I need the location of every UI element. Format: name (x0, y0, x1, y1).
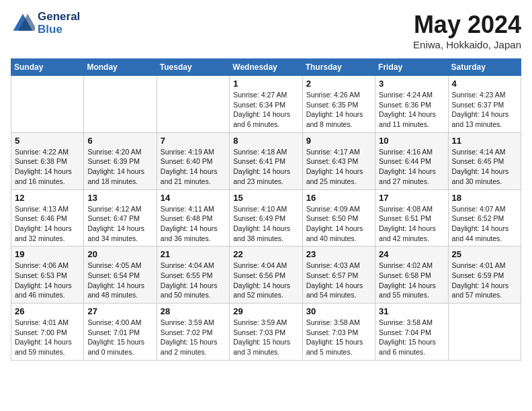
calendar-cell: 24Sunrise: 4:02 AM Sunset: 6:58 PM Dayli… (375, 246, 448, 304)
calendar-cell: 13Sunrise: 4:12 AM Sunset: 6:47 PM Dayli… (84, 189, 157, 246)
day-number: 7 (161, 136, 226, 146)
day-info: Sunrise: 4:11 AM Sunset: 6:48 PM Dayligh… (161, 204, 226, 244)
day-info: Sunrise: 4:01 AM Sunset: 6:59 PM Dayligh… (452, 261, 517, 300)
day-info: Sunrise: 4:22 AM Sunset: 6:38 PM Dayligh… (15, 147, 80, 187)
calendar-cell: 22Sunrise: 4:04 AM Sunset: 6:56 PM Dayli… (230, 246, 302, 304)
calendar-cell: 5Sunrise: 4:22 AM Sunset: 6:38 PM Daylig… (11, 132, 84, 189)
weekday-header-monday: Monday (84, 59, 157, 76)
day-info: Sunrise: 4:23 AM Sunset: 6:37 PM Dayligh… (452, 90, 517, 130)
day-number: 30 (306, 306, 371, 316)
day-info: Sunrise: 4:26 AM Sunset: 6:35 PM Dayligh… (306, 90, 371, 130)
weekday-header-friday: Friday (375, 59, 448, 76)
calendar-cell: 27Sunrise: 4:00 AM Sunset: 7:01 PM Dayli… (84, 304, 157, 361)
day-number: 26 (15, 306, 80, 316)
day-number: 8 (233, 136, 298, 146)
day-info: Sunrise: 3:58 AM Sunset: 7:04 PM Dayligh… (379, 318, 444, 357)
calendar-cell: 30Sunrise: 3:58 AM Sunset: 7:03 PM Dayli… (302, 304, 375, 361)
logo-icon (11, 11, 35, 36)
day-number: 11 (452, 136, 517, 146)
week-row-5: 26Sunrise: 4:01 AM Sunset: 7:00 PM Dayli… (11, 304, 521, 361)
day-info: Sunrise: 3:59 AM Sunset: 7:02 PM Dayligh… (161, 318, 226, 357)
calendar-cell: 20Sunrise: 4:05 AM Sunset: 6:54 PM Dayli… (84, 246, 157, 304)
title-block: May 2024 Eniwa, Hokkaido, Japan (413, 11, 521, 50)
calendar-cell (84, 76, 157, 133)
day-info: Sunrise: 4:04 AM Sunset: 6:56 PM Dayligh… (233, 261, 298, 300)
calendar-cell: 23Sunrise: 4:03 AM Sunset: 6:57 PM Dayli… (302, 246, 375, 304)
day-info: Sunrise: 4:02 AM Sunset: 6:58 PM Dayligh… (379, 261, 444, 300)
day-info: Sunrise: 4:17 AM Sunset: 6:43 PM Dayligh… (306, 147, 371, 187)
day-number: 6 (87, 136, 152, 146)
day-info: Sunrise: 4:01 AM Sunset: 7:00 PM Dayligh… (15, 318, 80, 357)
logo: General Blue (11, 11, 80, 36)
day-number: 21 (161, 249, 226, 259)
calendar-cell: 14Sunrise: 4:11 AM Sunset: 6:48 PM Dayli… (157, 189, 229, 246)
day-info: Sunrise: 4:24 AM Sunset: 6:36 PM Dayligh… (379, 90, 444, 130)
calendar-cell: 25Sunrise: 4:01 AM Sunset: 6:59 PM Dayli… (448, 246, 521, 304)
day-info: Sunrise: 4:04 AM Sunset: 6:55 PM Dayligh… (161, 261, 226, 300)
day-info: Sunrise: 3:58 AM Sunset: 7:03 PM Dayligh… (306, 318, 371, 357)
week-row-3: 12Sunrise: 4:13 AM Sunset: 6:46 PM Dayli… (11, 189, 521, 246)
calendar-cell: 2Sunrise: 4:26 AM Sunset: 6:35 PM Daylig… (302, 76, 375, 133)
calendar-cell: 28Sunrise: 3:59 AM Sunset: 7:02 PM Dayli… (157, 304, 229, 361)
day-number: 15 (233, 193, 298, 203)
day-number: 18 (452, 193, 517, 203)
day-info: Sunrise: 4:27 AM Sunset: 6:34 PM Dayligh… (233, 90, 298, 130)
calendar-cell: 15Sunrise: 4:10 AM Sunset: 6:49 PM Dayli… (230, 189, 302, 246)
logo-text: General Blue (38, 11, 80, 36)
day-info: Sunrise: 4:05 AM Sunset: 6:54 PM Dayligh… (87, 261, 152, 300)
day-info: Sunrise: 4:06 AM Sunset: 6:53 PM Dayligh… (15, 261, 80, 300)
calendar-cell: 21Sunrise: 4:04 AM Sunset: 6:55 PM Dayli… (157, 246, 229, 304)
day-info: Sunrise: 4:03 AM Sunset: 6:57 PM Dayligh… (306, 261, 371, 300)
location: Eniwa, Hokkaido, Japan (413, 39, 521, 50)
calendar-cell: 12Sunrise: 4:13 AM Sunset: 6:46 PM Dayli… (11, 189, 84, 246)
day-number: 4 (452, 79, 517, 89)
day-number: 14 (161, 193, 226, 203)
calendar-cell: 10Sunrise: 4:16 AM Sunset: 6:44 PM Dayli… (375, 132, 448, 189)
calendar-cell: 26Sunrise: 4:01 AM Sunset: 7:00 PM Dayli… (11, 304, 84, 361)
calendar-cell: 18Sunrise: 4:07 AM Sunset: 6:52 PM Dayli… (448, 189, 521, 246)
day-info: Sunrise: 4:00 AM Sunset: 7:01 PM Dayligh… (87, 318, 152, 357)
calendar-cell: 6Sunrise: 4:20 AM Sunset: 6:39 PM Daylig… (84, 132, 157, 189)
weekday-header-row: SundayMondayTuesdayWednesdayThursdayFrid… (11, 59, 521, 76)
day-number: 5 (15, 136, 80, 146)
day-info: Sunrise: 4:20 AM Sunset: 6:39 PM Dayligh… (87, 147, 152, 187)
day-info: Sunrise: 4:08 AM Sunset: 6:51 PM Dayligh… (379, 204, 444, 244)
day-number: 24 (379, 249, 444, 259)
page-header: General Blue May 2024 Eniwa, Hokkaido, J… (11, 11, 521, 50)
calendar-cell (157, 76, 229, 133)
day-info: Sunrise: 4:16 AM Sunset: 6:44 PM Dayligh… (379, 147, 444, 187)
day-info: Sunrise: 4:07 AM Sunset: 6:52 PM Dayligh… (452, 204, 517, 244)
month-title: May 2024 (413, 11, 521, 39)
weekday-header-thursday: Thursday (302, 59, 375, 76)
calendar-cell: 29Sunrise: 3:59 AM Sunset: 7:03 PM Dayli… (230, 304, 302, 361)
calendar-cell: 19Sunrise: 4:06 AM Sunset: 6:53 PM Dayli… (11, 246, 84, 304)
day-info: Sunrise: 4:10 AM Sunset: 6:49 PM Dayligh… (233, 204, 298, 244)
day-number: 1 (233, 79, 298, 89)
day-number: 13 (87, 193, 152, 203)
weekday-header-tuesday: Tuesday (157, 59, 229, 76)
day-number: 28 (161, 306, 226, 316)
calendar-cell: 11Sunrise: 4:14 AM Sunset: 6:45 PM Dayli… (448, 132, 521, 189)
day-number: 23 (306, 249, 371, 259)
calendar-cell: 31Sunrise: 3:58 AM Sunset: 7:04 PM Dayli… (375, 304, 448, 361)
day-number: 29 (233, 306, 298, 316)
day-number: 17 (379, 193, 444, 203)
weekday-header-saturday: Saturday (448, 59, 521, 76)
day-info: Sunrise: 4:09 AM Sunset: 6:50 PM Dayligh… (306, 204, 371, 244)
week-row-2: 5Sunrise: 4:22 AM Sunset: 6:38 PM Daylig… (11, 132, 521, 189)
calendar: SundayMondayTuesdayWednesdayThursdayFrid… (11, 58, 521, 361)
weekday-header-sunday: Sunday (11, 59, 84, 76)
day-number: 31 (379, 306, 444, 316)
day-number: 16 (306, 193, 371, 203)
day-number: 20 (87, 249, 152, 259)
calendar-cell (448, 304, 521, 361)
calendar-cell: 17Sunrise: 4:08 AM Sunset: 6:51 PM Dayli… (375, 189, 448, 246)
day-number: 19 (15, 249, 80, 259)
week-row-1: 1Sunrise: 4:27 AM Sunset: 6:34 PM Daylig… (11, 76, 521, 133)
week-row-4: 19Sunrise: 4:06 AM Sunset: 6:53 PM Dayli… (11, 246, 521, 304)
day-number: 27 (87, 306, 152, 316)
day-info: Sunrise: 4:19 AM Sunset: 6:40 PM Dayligh… (161, 147, 226, 187)
calendar-cell: 16Sunrise: 4:09 AM Sunset: 6:50 PM Dayli… (302, 189, 375, 246)
day-number: 25 (452, 249, 517, 259)
calendar-cell: 7Sunrise: 4:19 AM Sunset: 6:40 PM Daylig… (157, 132, 229, 189)
